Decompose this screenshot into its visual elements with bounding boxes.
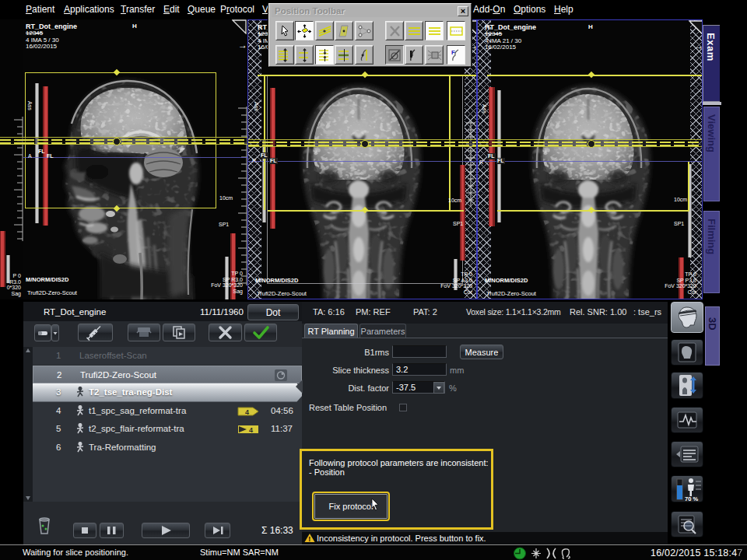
svg-text:F: F xyxy=(451,49,455,56)
svg-text:4: 4 xyxy=(245,408,249,415)
svg-text:70 %: 70 % xyxy=(685,495,698,502)
svg-text:4: 4 xyxy=(249,426,253,434)
svg-text:!: ! xyxy=(308,535,310,543)
